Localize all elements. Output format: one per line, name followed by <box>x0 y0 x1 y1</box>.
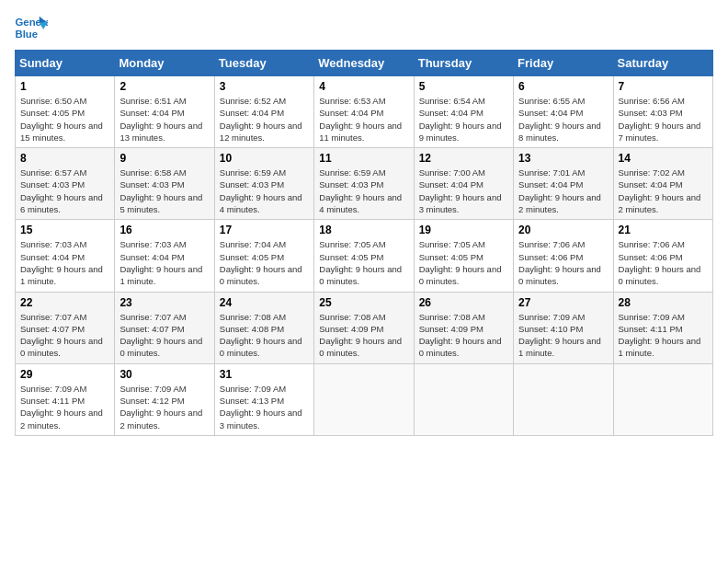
day-number: 25 <box>319 296 408 309</box>
day-info: Sunrise: 7:09 AM Sunset: 4:13 PM Dayligh… <box>220 383 309 431</box>
calendar-day-cell: 22 Sunrise: 7:07 AM Sunset: 4:07 PM Dayl… <box>16 292 115 363</box>
logo-icon: General Blue <box>15 15 48 40</box>
sunset-label: Sunset: 4:05 PM <box>319 252 383 262</box>
calendar-day-cell: 27 Sunrise: 7:09 AM Sunset: 4:10 PM Dayl… <box>514 292 613 363</box>
calendar-table: SundayMondayTuesdayWednesdayThursdayFrid… <box>15 50 713 436</box>
sunset-label: Sunset: 4:04 PM <box>518 179 583 190</box>
day-number: 10 <box>220 152 309 165</box>
calendar-day-cell <box>414 363 513 435</box>
day-info: Sunrise: 6:55 AM Sunset: 4:04 PM Dayligh… <box>518 95 608 144</box>
sunrise-label: Sunrise: 7:07 AM <box>20 312 86 322</box>
day-info: Sunrise: 7:00 AM Sunset: 4:04 PM Dayligh… <box>419 167 508 215</box>
sunset-label: Sunset: 4:05 PM <box>419 252 483 262</box>
calendar-day-cell: 23 Sunrise: 7:07 AM Sunset: 4:07 PM Dayl… <box>115 292 214 363</box>
calendar-week-row: 22 Sunrise: 7:07 AM Sunset: 4:07 PM Dayl… <box>16 292 713 363</box>
day-info: Sunrise: 7:09 AM Sunset: 4:10 PM Dayligh… <box>518 311 608 360</box>
calendar-day-cell: 18 Sunrise: 7:05 AM Sunset: 4:05 PM Dayl… <box>314 220 414 292</box>
day-info: Sunrise: 7:06 AM Sunset: 4:06 PM Dayligh… <box>619 238 708 287</box>
day-number: 12 <box>419 152 508 165</box>
sunrise-label: Sunrise: 6:59 AM <box>319 167 385 178</box>
calendar-day-cell: 24 Sunrise: 7:08 AM Sunset: 4:08 PM Dayl… <box>214 292 313 363</box>
sunset-label: Sunset: 4:04 PM <box>419 179 483 190</box>
daylight-label: Daylight: 9 hours and 11 minutes. <box>319 121 402 143</box>
calendar-day-cell: 6 Sunrise: 6:55 AM Sunset: 4:04 PM Dayli… <box>514 76 613 148</box>
daylight-label: Daylight: 9 hours and 2 minutes. <box>20 408 103 430</box>
daylight-label: Daylight: 9 hours and 2 minutes. <box>518 192 601 214</box>
sunrise-label: Sunrise: 6:50 AM <box>20 96 86 106</box>
sunrise-label: Sunrise: 7:09 AM <box>518 312 585 322</box>
sunset-label: Sunset: 4:04 PM <box>319 108 383 118</box>
weekday-header-cell: Thursday <box>414 51 513 76</box>
sunrise-label: Sunrise: 7:06 AM <box>619 239 685 249</box>
sunrise-label: Sunrise: 7:03 AM <box>20 239 86 249</box>
daylight-label: Daylight: 9 hours and 0 minutes. <box>119 336 202 358</box>
daylight-label: Daylight: 9 hours and 4 minutes. <box>319 192 402 214</box>
day-info: Sunrise: 7:03 AM Sunset: 4:04 PM Dayligh… <box>119 238 209 287</box>
day-number: 18 <box>319 224 408 236</box>
sunrise-label: Sunrise: 6:58 AM <box>119 167 186 178</box>
sunrise-label: Sunrise: 7:09 AM <box>220 384 286 394</box>
sunset-label: Sunset: 4:11 PM <box>619 324 683 334</box>
sunset-label: Sunset: 4:03 PM <box>119 179 184 190</box>
sunrise-label: Sunrise: 7:09 AM <box>619 312 685 322</box>
sunset-label: Sunset: 4:03 PM <box>220 179 284 190</box>
day-number: 28 <box>619 296 708 309</box>
daylight-label: Daylight: 9 hours and 0 minutes. <box>419 336 502 358</box>
daylight-label: Daylight: 9 hours and 6 minutes. <box>20 192 103 214</box>
sunset-label: Sunset: 4:07 PM <box>119 324 184 334</box>
calendar-day-cell <box>514 363 613 435</box>
calendar-week-row: 15 Sunrise: 7:03 AM Sunset: 4:04 PM Dayl… <box>16 220 713 292</box>
day-info: Sunrise: 7:08 AM Sunset: 4:09 PM Dayligh… <box>419 311 508 360</box>
sunrise-label: Sunrise: 7:04 AM <box>220 239 286 249</box>
day-number: 22 <box>20 296 109 309</box>
calendar-day-cell: 13 Sunrise: 7:01 AM Sunset: 4:04 PM Dayl… <box>514 148 613 220</box>
calendar-day-cell: 2 Sunrise: 6:51 AM Sunset: 4:04 PM Dayli… <box>115 76 214 148</box>
day-number: 17 <box>220 224 309 236</box>
daylight-label: Daylight: 9 hours and 0 minutes. <box>220 336 302 358</box>
day-info: Sunrise: 6:54 AM Sunset: 4:04 PM Dayligh… <box>419 95 508 144</box>
day-number: 7 <box>619 80 708 93</box>
daylight-label: Daylight: 9 hours and 1 minute. <box>119 264 202 286</box>
sunrise-label: Sunrise: 7:08 AM <box>419 312 485 322</box>
calendar-day-cell: 7 Sunrise: 6:56 AM Sunset: 4:03 PM Dayli… <box>613 76 712 148</box>
page-header: General Blue <box>15 15 713 40</box>
sunrise-label: Sunrise: 6:59 AM <box>220 167 286 178</box>
day-info: Sunrise: 7:01 AM Sunset: 4:04 PM Dayligh… <box>518 167 608 215</box>
day-info: Sunrise: 6:58 AM Sunset: 4:03 PM Dayligh… <box>119 167 209 215</box>
sunrise-label: Sunrise: 6:53 AM <box>319 96 385 106</box>
day-info: Sunrise: 6:51 AM Sunset: 4:04 PM Dayligh… <box>119 95 209 144</box>
day-number: 23 <box>119 296 209 309</box>
calendar-day-cell: 3 Sunrise: 6:52 AM Sunset: 4:04 PM Dayli… <box>214 76 313 148</box>
weekday-header-row: SundayMondayTuesdayWednesdayThursdayFrid… <box>16 51 713 76</box>
day-info: Sunrise: 6:59 AM Sunset: 4:03 PM Dayligh… <box>319 167 408 215</box>
sunrise-label: Sunrise: 6:51 AM <box>119 96 186 106</box>
day-info: Sunrise: 7:08 AM Sunset: 4:09 PM Dayligh… <box>319 311 408 360</box>
daylight-label: Daylight: 9 hours and 13 minutes. <box>119 121 202 143</box>
day-info: Sunrise: 6:59 AM Sunset: 4:03 PM Dayligh… <box>220 167 309 215</box>
daylight-label: Daylight: 9 hours and 0 minutes. <box>518 264 601 286</box>
sunrise-label: Sunrise: 6:52 AM <box>220 96 286 106</box>
day-number: 24 <box>220 296 309 309</box>
sunset-label: Sunset: 4:05 PM <box>20 108 85 118</box>
calendar-day-cell: 29 Sunrise: 7:09 AM Sunset: 4:11 PM Dayl… <box>16 363 115 435</box>
daylight-label: Daylight: 9 hours and 7 minutes. <box>619 121 701 143</box>
day-number: 1 <box>20 80 109 93</box>
daylight-label: Daylight: 9 hours and 4 minutes. <box>220 192 302 214</box>
sunset-label: Sunset: 4:08 PM <box>220 324 284 334</box>
calendar-day-cell: 21 Sunrise: 7:06 AM Sunset: 4:06 PM Dayl… <box>613 220 712 292</box>
sunrise-label: Sunrise: 7:09 AM <box>20 384 86 394</box>
sunrise-label: Sunrise: 7:08 AM <box>220 312 286 322</box>
calendar-day-cell <box>613 363 712 435</box>
sunset-label: Sunset: 4:04 PM <box>119 108 184 118</box>
daylight-label: Daylight: 9 hours and 0 minutes. <box>619 264 701 286</box>
daylight-label: Daylight: 9 hours and 0 minutes. <box>20 336 103 358</box>
calendar-day-cell: 12 Sunrise: 7:00 AM Sunset: 4:04 PM Dayl… <box>414 148 513 220</box>
day-number: 21 <box>619 224 708 236</box>
sunrise-label: Sunrise: 7:03 AM <box>119 239 186 249</box>
day-number: 13 <box>518 152 608 165</box>
calendar-day-cell: 17 Sunrise: 7:04 AM Sunset: 4:05 PM Dayl… <box>214 220 313 292</box>
day-info: Sunrise: 7:09 AM Sunset: 4:11 PM Dayligh… <box>619 311 708 360</box>
sunrise-label: Sunrise: 6:56 AM <box>619 96 685 106</box>
sunrise-label: Sunrise: 7:01 AM <box>518 167 585 178</box>
day-number: 27 <box>518 296 608 309</box>
